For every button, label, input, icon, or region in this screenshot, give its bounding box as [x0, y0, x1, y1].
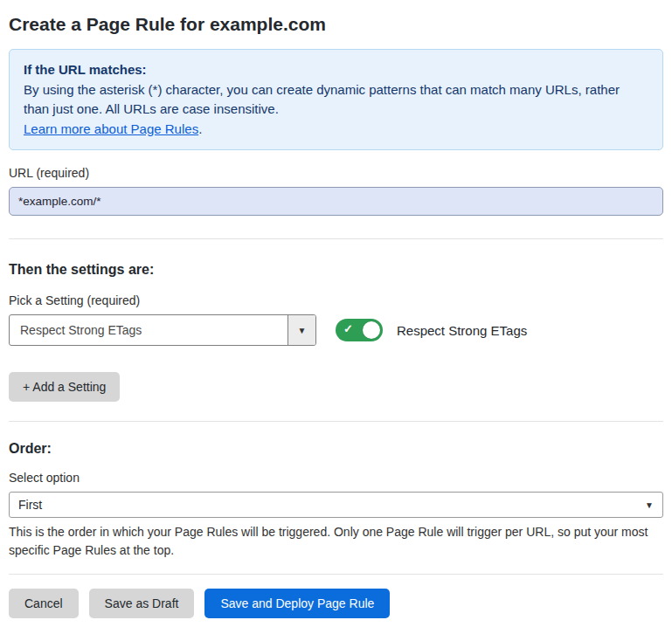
action-bar: Cancel Save as Draft Save and Deploy Pag… — [9, 589, 663, 627]
add-setting-button[interactable]: + Add a Setting — [9, 372, 120, 402]
setting-select-caret-button[interactable]: ▼ — [288, 315, 315, 345]
chevron-down-icon: ▼ — [298, 326, 307, 335]
pick-setting-label: Pick a Setting (required) — [9, 293, 663, 307]
order-select-value: First — [18, 498, 42, 512]
url-match-info-box: If the URL matches: By using the asteris… — [9, 49, 663, 150]
info-box-link-line: Learn more about Page Rules. — [24, 120, 648, 140]
order-help-text: This is the order in which your Page Rul… — [9, 523, 657, 560]
settings-section-heading: Then the settings are: — [9, 262, 663, 278]
divider — [9, 574, 663, 575]
link-suffix: . — [198, 121, 202, 136]
toggle-knob — [363, 321, 380, 339]
setting-select-value: Respect Strong ETags — [10, 315, 288, 345]
page-title: Create a Page Rule for example.com — [9, 14, 663, 35]
save-deploy-button[interactable]: Save and Deploy Page Rule — [204, 589, 390, 618]
order-select-label: Select option — [9, 471, 663, 485]
setting-row: Respect Strong ETags ▼ ✓ Respect Strong … — [9, 314, 663, 346]
info-box-heading: If the URL matches: — [24, 60, 648, 80]
url-field-label: URL (required) — [9, 166, 663, 180]
respect-strong-etags-toggle[interactable]: ✓ — [336, 319, 383, 341]
save-draft-button[interactable]: Save as Draft — [89, 589, 195, 618]
info-box-body: By using the asterisk (*) character, you… — [24, 80, 648, 120]
order-select[interactable]: First ▼ — [9, 492, 663, 518]
divider — [9, 421, 663, 422]
check-icon: ✓ — [343, 322, 353, 335]
setting-select[interactable]: Respect Strong ETags ▼ — [9, 314, 316, 346]
cancel-button[interactable]: Cancel — [9, 589, 79, 618]
chevron-down-icon: ▼ — [645, 500, 654, 510]
url-input[interactable] — [9, 187, 663, 216]
learn-more-link[interactable]: Learn more about Page Rules — [24, 121, 198, 136]
toggle-label: Respect Strong ETags — [397, 323, 527, 338]
divider — [9, 238, 663, 239]
order-section-heading: Order: — [9, 441, 663, 457]
